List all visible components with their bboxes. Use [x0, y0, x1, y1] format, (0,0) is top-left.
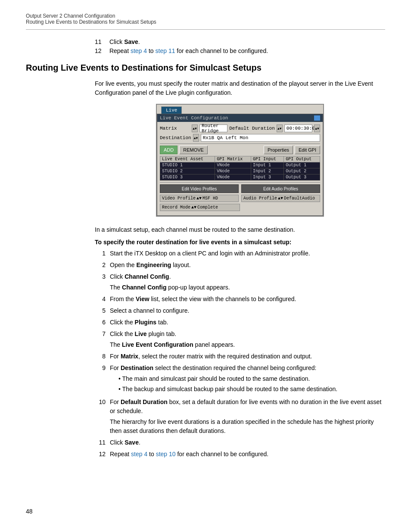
step-number: 1 [95, 249, 106, 258]
prev-step-12-link1[interactable]: step 4 [131, 47, 147, 54]
destination-row: Destination ▲▼ Rx1B QA Left Mon [160, 134, 320, 142]
page-number: 48 [26, 508, 33, 515]
matrix-row: Matrix ▲▼ Router Bridge Default Duration… [160, 124, 320, 132]
video-profile-spinner[interactable]: ▲▼ [196, 196, 202, 201]
separator2 [160, 182, 320, 183]
step-content: Click the Plugins tab. [110, 318, 385, 327]
prev-step-12-end: for each channel to be configured. [175, 47, 268, 54]
table-row: STUDIO 3VNodeInput 3Output 3 [160, 174, 320, 180]
record-mode-label: Record Mode [162, 205, 190, 210]
list-item: 8For Matrix, select the router matrix wi… [95, 352, 385, 361]
list-item: 7Click the Live plugin tab.The Live Even… [95, 330, 385, 349]
ui-panel: Live Live Event Configuration Matrix ▲▼ … [156, 104, 324, 217]
remove-btn[interactable]: REMOVE [179, 146, 208, 154]
list-item: 1Start the iTX Desktop on a client PC an… [95, 249, 385, 258]
continuation-bold: Channel Config [122, 284, 166, 291]
table-row: STUDIO 2VNodeInput 2Output 2 [160, 168, 320, 174]
step-continuation: The hierarchy for live event durations i… [110, 417, 385, 436]
step-number: 4 [95, 295, 106, 304]
step-bold: Channel Config [125, 273, 169, 280]
table-cell: Output 2 [284, 168, 320, 174]
matrix-value: Router Bridge [199, 124, 227, 132]
simulcast-text: In a simulcast setup, each channel must … [95, 225, 385, 234]
step-continuation: The Live Event Configuration panel appea… [110, 340, 385, 349]
list-item: 9For Destination select the destination … [95, 364, 385, 395]
intro-text: For live events, you must specify the ro… [95, 79, 385, 97]
col-gpi-matrix: GPI Matrix [215, 156, 251, 162]
step-number: 9 [95, 364, 106, 395]
matrix-spinner[interactable]: ▲▼ [192, 124, 198, 132]
step-link1[interactable]: step 4 [131, 451, 147, 457]
prev-step-11: 11 Click Save. [95, 38, 385, 45]
properties-btn[interactable]: Properties [264, 146, 293, 154]
add-btn[interactable]: ADD [160, 146, 177, 154]
table-cell: STUDIO 2 [160, 168, 215, 174]
list-item: 2Open the Engineering layout. [95, 261, 385, 270]
record-mode-spinner[interactable]: ▲▼ [191, 205, 196, 210]
step-number: 5 [95, 306, 106, 315]
step-bold: Matrix [121, 353, 138, 360]
prev-step-12: 12 Repeat step 4 to step 11 for each cha… [95, 47, 385, 54]
audio-profile-label: Audio Profile [243, 196, 277, 201]
default-duration-label: Default Duration [229, 126, 275, 131]
step-bold: Save [125, 439, 139, 446]
table-cell: VNode [215, 162, 251, 168]
step-number: 6 [95, 318, 106, 327]
step-content: Click Channel Config.The Channel Config … [110, 272, 385, 292]
step-number: 10 [95, 398, 106, 436]
table-cell: Output 3 [284, 174, 320, 180]
prev-steps-block: 11 Click Save. 12 Repeat step 4 to step … [95, 38, 385, 54]
sub-bullet-item: The main and simulcast pair should be ro… [118, 374, 385, 383]
table-cell: Input 1 [251, 162, 283, 168]
event-table: Live Event Asset GPI Matrix GPI Input GP… [160, 156, 320, 180]
col-live-event-asset: Live Event Asset [160, 156, 215, 162]
audio-profile-field: Audio Profile ▲▼ DefaultAudio [241, 195, 320, 202]
ui-close-btn[interactable] [314, 115, 320, 121]
audio-profile-spinner[interactable]: ▲▼ [278, 196, 283, 201]
table-cell: STUDIO 1 [160, 162, 215, 168]
step-num-12: 12 [95, 47, 108, 54]
separator1 [160, 143, 320, 144]
duration-spinner[interactable]: ▲▼ [277, 124, 283, 132]
record-mode-field: Record Mode ▲▼ Complete [160, 204, 240, 211]
ui-window: Live Event Configuration Matrix ▲▼ Route… [157, 114, 323, 216]
step-bold: Engineering [137, 261, 171, 268]
duration-spinner2[interactable]: ▲▼ [314, 124, 320, 132]
step-bold: Default Duration [121, 398, 168, 405]
table-row: STUDIO 1VNodeInput 1Output 1 [160, 162, 320, 168]
step-content: From the View list, select the view with… [110, 295, 385, 304]
step-content: Click Save. [110, 438, 385, 447]
table-cell: VNode [215, 174, 251, 180]
record-mode-row: Record Mode ▲▼ Complete [160, 204, 240, 211]
video-profile-label: Video Profile [162, 196, 196, 201]
sub-bullet-item: The backup and simulcast backup pair sho… [118, 385, 385, 394]
record-mode-value: Complete [197, 205, 238, 210]
ui-title: Live Event Configuration [160, 115, 228, 121]
step-content: For Matrix, select the router matrix wit… [110, 352, 385, 361]
list-item: 5Select a channel to configure. [95, 306, 385, 315]
destination-spinner[interactable]: ▲▼ [193, 134, 199, 142]
ui-tab-bar: Live [157, 105, 323, 114]
audio-profile-value: DefaultAudio [284, 196, 318, 201]
step-content: Select a channel to configure. [110, 306, 385, 315]
prev-step-12-link2[interactable]: step 11 [156, 47, 175, 54]
step-content: For Default Duration box, set a default … [110, 398, 385, 436]
ui-panel-container: Live Live Event Configuration Matrix ▲▼ … [95, 104, 385, 217]
prev-step-11-bold: Save [124, 38, 138, 45]
table-cell: STUDIO 3 [160, 174, 215, 180]
step-link2[interactable]: step 10 [156, 451, 176, 457]
sub-bullets: The main and simulcast pair should be ro… [110, 374, 385, 394]
col-gpi-output: GPI Output [284, 156, 320, 162]
prev-step-11-text: Click [109, 38, 124, 45]
edit-video-profiles-btn[interactable]: Edit Video Profiles [160, 184, 239, 193]
live-tab[interactable]: Live [161, 106, 182, 114]
col-gpi-input: GPI Input [251, 156, 283, 162]
section-heading: Routing Live Events to Destinations for … [26, 63, 385, 73]
header-section: Output Server 2 Channel Configuration Ro… [26, 13, 385, 30]
step-content: Start the iTX Desktop on a client PC and… [110, 249, 385, 258]
video-profile-field: Video Profile ▲▼ MSF HD [160, 195, 239, 202]
destination-value: Rx1B QA Left Mon [201, 134, 320, 142]
edit-gpi-btn[interactable]: Edit GPI [295, 146, 320, 154]
edit-audio-profiles-btn[interactable]: Edit Audio Profiles [241, 184, 320, 193]
profile-buttons-row: Edit Video Profiles Edit Audio Profiles [160, 184, 320, 193]
